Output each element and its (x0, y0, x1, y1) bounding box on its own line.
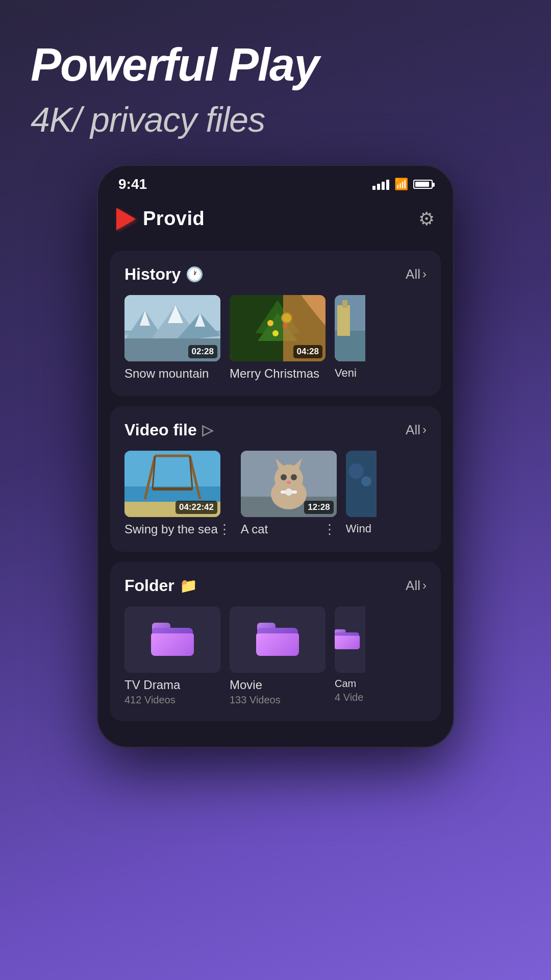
folder-header: Folder 📁 All › (124, 576, 427, 595)
app-logo: Provid (116, 208, 205, 230)
svg-rect-42 (346, 451, 377, 517)
history-clock-icon: 🕐 (186, 266, 204, 283)
snow-thumbnail: 02:28 (124, 295, 220, 361)
cat-duration: 12:28 (304, 501, 333, 514)
video-thumbs: 04:22:42 Swing by the sea ⋮ (124, 451, 427, 536)
settings-icon[interactable]: ⚙ (418, 208, 435, 230)
svg-point-41 (285, 488, 292, 496)
folder-all-button[interactable]: All › (406, 578, 427, 594)
video-chevron-icon: › (422, 423, 427, 437)
svg-point-12 (267, 320, 273, 326)
snow-label: Snow mountain (124, 366, 220, 381)
svg-point-14 (272, 330, 279, 336)
app-name: Provid (143, 208, 205, 230)
xmas-label: Merry Christmas (230, 366, 325, 381)
svg-point-39 (287, 481, 291, 484)
history-chevron-icon: › (422, 267, 427, 281)
folder-chevron-icon: › (422, 578, 427, 593)
app-header: Provid ⚙ (98, 198, 453, 240)
folder-thumbs: TV Drama 412 Videos Mov (124, 606, 427, 706)
history-all-button[interactable]: All › (406, 266, 427, 282)
history-thumbs: 02:28 Snow mountain (124, 295, 427, 381)
movie-thumbnail (230, 606, 325, 673)
cat-label: A cat (241, 522, 268, 536)
snow-duration: 02:28 (188, 345, 217, 358)
signal-icon (372, 179, 389, 190)
folder-shape-movie (257, 623, 298, 656)
folder-item-tvdrama[interactable]: TV Drama 412 Videos (124, 606, 220, 706)
movie-label: Movie (230, 678, 325, 692)
history-header: History 🕐 All › (124, 265, 427, 284)
tvdrama-folder-icon (124, 606, 220, 673)
folder-shape (152, 623, 193, 656)
video-file-all-button[interactable]: All › (406, 422, 427, 438)
movie-folder-icon (230, 606, 325, 673)
svg-point-43 (348, 463, 364, 479)
svg-rect-19 (337, 305, 350, 336)
history-item-xmas[interactable]: 04:28 Merry Christmas (230, 295, 325, 381)
venice-thumbnail (335, 295, 365, 361)
venice-label: Veni (335, 366, 369, 380)
folder-item-cam[interactable]: Cam 4 Vide (335, 606, 369, 706)
tvdrama-thumbnail (124, 606, 220, 673)
history-section: History 🕐 All › (110, 251, 441, 396)
wind-thumbnail (346, 451, 377, 517)
sea-thumbnail: 04:22:42 (124, 451, 220, 517)
xmas-duration: 04:28 (293, 345, 322, 358)
play-outline-icon: ▷ (202, 422, 213, 438)
status-time: 9:41 (118, 176, 147, 192)
folder-title: Folder 📁 (124, 576, 197, 595)
video-item-cat[interactable]: 12:28 A cat ⋮ (241, 451, 337, 536)
hero-title: Powerful Play (0, 0, 551, 89)
battery-icon (413, 180, 433, 189)
video-file-title: Video file ▷ (124, 421, 213, 439)
wifi-icon: 📶 (394, 178, 408, 191)
status-icons: 📶 (372, 178, 433, 191)
cat-more-button[interactable]: ⋮ (323, 523, 337, 536)
cam-count: 4 Vide (335, 692, 369, 703)
movie-count: 133 Videos (230, 694, 325, 706)
cat-thumbnail: 12:28 (241, 451, 337, 517)
history-title: History 🕐 (124, 265, 204, 284)
logo-icon (116, 208, 136, 230)
sea-label: Swing by the sea (124, 522, 218, 536)
svg-point-38 (291, 474, 297, 480)
sea-duration: 04:22:42 (176, 501, 217, 514)
tvdrama-count: 412 Videos (124, 694, 220, 706)
phone-mockup: 9:41 📶 Provid ⚙ (0, 165, 551, 748)
hero-subtitle: 4K/ privacy files (0, 89, 551, 139)
svg-rect-20 (342, 300, 347, 308)
history-item-snow[interactable]: 02:28 Snow mountain (124, 295, 220, 381)
svg-point-37 (281, 474, 287, 480)
cam-label: Cam (335, 678, 369, 690)
phone-screen: 9:41 📶 Provid ⚙ (97, 165, 454, 748)
xmas-thumbnail: 04:28 (230, 295, 325, 361)
video-file-section: Video file ▷ All › (110, 406, 441, 552)
history-item-venice[interactable]: Veni (335, 295, 369, 381)
cam-thumbnail (335, 606, 365, 673)
folder-section: Folder 📁 All › (110, 562, 441, 721)
svg-point-16 (282, 313, 292, 323)
video-item-wind[interactable]: Wind (346, 451, 381, 536)
video-file-header: Video file ▷ All › (124, 421, 427, 439)
cam-folder-icon (335, 629, 353, 649)
folder-item-movie[interactable]: Movie 133 Videos (230, 606, 325, 706)
video-item-sea[interactable]: 04:22:42 Swing by the sea ⋮ (124, 451, 232, 536)
tvdrama-label: TV Drama (124, 678, 220, 692)
svg-point-44 (361, 476, 371, 486)
sea-more-button[interactable]: ⋮ (218, 523, 232, 536)
wind-label: Wind (346, 522, 381, 535)
folder-icon-header: 📁 (180, 577, 197, 594)
status-bar: 9:41 📶 (98, 166, 453, 198)
